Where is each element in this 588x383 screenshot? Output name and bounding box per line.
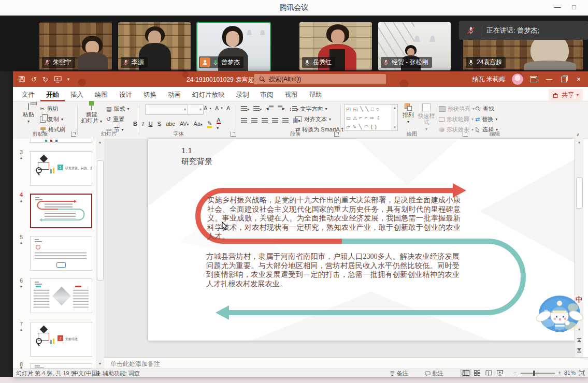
shape-outline-button[interactable]: 形状轮廓▾ [439, 115, 474, 123]
align-center-button[interactable] [251, 118, 257, 123]
align-right-button[interactable] [262, 118, 268, 123]
align-text-button[interactable]: 对齐文本▾ [295, 115, 331, 123]
meeting-minimize-button[interactable]: — [551, 2, 564, 12]
normal-view-button[interactable] [460, 369, 471, 377]
participant-video-4[interactable]: 岳秀红 [299, 22, 372, 71]
paste-button[interactable]: 粘贴▾ [17, 104, 40, 125]
paragraph-dialog-launcher[interactable] [334, 131, 339, 137]
zoom-level[interactable]: 81% [564, 370, 576, 376]
tab-record[interactable]: 录制 [231, 87, 255, 101]
slide-paragraph-2[interactable]: 方城县营坊村，隶属于河南省南阳市，户籍人口2300多人。解决农业经济发展问题尤为… [206, 252, 460, 288]
tab-design[interactable]: 设计 [113, 87, 138, 101]
zoom-slider[interactable] [521, 373, 555, 374]
thumbnail-slide-7[interactable]: 2 文献综述 [30, 322, 92, 357]
cut-button[interactable]: ✂剪切 [40, 105, 58, 113]
scrollbar-thumb[interactable] [576, 178, 583, 209]
thumbnail-slide-4-selected[interactable] [30, 194, 92, 228]
search-box[interactable]: 搜索(Alt+Q) [254, 74, 386, 84]
font-name-select[interactable]: ▾ [145, 104, 188, 115]
notes-pane[interactable]: 单击此处添加备注 [104, 357, 588, 369]
tab-slideshow[interactable]: 幻灯片放映 [187, 87, 231, 101]
share-button[interactable]: 共享 ▾ [549, 89, 583, 101]
grow-font-button[interactable]: A▴ [204, 105, 211, 111]
reading-view-button[interactable] [483, 369, 494, 377]
arrange-button[interactable]: 排列▾ [400, 104, 416, 125]
save-icon[interactable] [18, 76, 25, 83]
tab-view[interactable]: 视图 [279, 87, 304, 101]
slide-sorter-view-button[interactable] [471, 369, 483, 377]
tab-file[interactable]: 文件 [16, 87, 40, 101]
underline-button[interactable]: U [149, 121, 153, 127]
layout-button[interactable]: ▤版式▾ [106, 105, 129, 113]
notes-placeholder[interactable]: 单击此处添加备注 [110, 360, 160, 369]
tab-animations[interactable]: 动画 [162, 87, 187, 101]
distribute-button[interactable] [282, 118, 289, 123]
accessibility-status[interactable]: 辅助功能: 调查 [96, 370, 140, 377]
slide-paragraph-1[interactable]: 实施乡村振兴战略，是党的十九大作出的重大决策部署，是决胜全面建成小康社会、全面建… [207, 196, 461, 241]
previous-slide-button[interactable] [577, 336, 582, 346]
tab-insert[interactable]: 插入 [65, 87, 89, 101]
scroll-up-icon[interactable]: ▴ [96, 140, 104, 144]
find-button[interactable]: 查找 [475, 105, 494, 113]
increase-indent-button[interactable]: ▸ [278, 105, 285, 112]
decrease-indent-button[interactable]: ◂ [266, 105, 274, 112]
ribbon-display-options-icon[interactable] [530, 76, 537, 82]
text-direction-button[interactable]: ↕文字方向▾ [295, 105, 327, 113]
redo-icon[interactable]: ↻ [42, 76, 48, 83]
ppt-close-button[interactable]: × [573, 75, 584, 83]
text-shadow-button[interactable]: S [157, 121, 161, 127]
replace-button[interactable]: ⇄替换▾ [475, 115, 497, 123]
copy-button[interactable]: 复制▾ [40, 115, 63, 123]
slide-editing-area[interactable]: 1.1 研究背景 实施乡村振兴战略，是党的十九大作出的重大决策部署，是决胜全面建… [148, 139, 575, 341]
scrollbar-thumb[interactable] [97, 160, 104, 281]
start-slideshow-icon[interactable] [54, 76, 62, 83]
shape-effects-button[interactable]: 形状效果▾ [439, 126, 474, 134]
tab-transitions[interactable]: 切换 [138, 87, 162, 101]
shapes-row[interactable]: ▭ △ ⌐ ⌐ ⇨ ⇩ [346, 113, 391, 122]
account-avatar[interactable] [512, 73, 523, 85]
thumbnail-slide-5[interactable] [30, 236, 92, 271]
thumbnail-slide-2-partial[interactable] [30, 139, 92, 143]
participant-video-1[interactable]: 朱熙宁 [39, 22, 112, 71]
italic-button[interactable]: I [142, 121, 144, 127]
zoom-in-button[interactable]: + [558, 370, 561, 376]
ppt-restore-button[interactable] [561, 77, 567, 82]
font-color-button[interactable]: A▾ [217, 117, 220, 130]
thumbnail-scrollbar[interactable]: ▴ ▾ [96, 139, 105, 369]
tab-review[interactable]: 审阅 [255, 87, 279, 101]
tab-help[interactable]: 帮助 [304, 87, 328, 101]
bullets-button[interactable]: ▾ [241, 106, 249, 112]
zoom-slider-thumb[interactable] [533, 371, 535, 376]
ppt-minimize-button[interactable]: — [544, 76, 554, 83]
undo-icon[interactable]: ↺ [31, 76, 37, 83]
participant-video-5[interactable]: 经贸 - 张松刚 [378, 22, 451, 71]
font-dialog-launcher[interactable] [231, 131, 236, 137]
thumbnail-slide-8-partial[interactable] [30, 363, 92, 369]
shapes-row[interactable]: ◰ ◱ ╲ ╲ □ ○ [346, 105, 391, 113]
new-slide-button[interactable]: 新建幻灯片 ▾ [80, 104, 103, 125]
clear-formatting-button[interactable]: A [226, 105, 230, 111]
zoom-out-button[interactable]: − [513, 370, 517, 376]
notes-toggle[interactable]: 备注 [390, 370, 408, 377]
shrink-font-button[interactable]: A▾ [215, 105, 223, 111]
thumbnail-slide-6[interactable] [30, 278, 92, 313]
justify-button[interactable] [272, 118, 278, 123]
clipboard-dialog-launcher[interactable] [71, 131, 76, 137]
account-name[interactable]: 纳瓦 米莉姆 [472, 75, 505, 84]
participant-video-3[interactable]: 曾梦杰 [196, 22, 271, 72]
char-spacing-button[interactable]: AV▾ [180, 121, 189, 127]
quick-styles-button[interactable]: 快速样式▾ [417, 104, 436, 132]
thumbnail-slide-3[interactable]: 1 研究背景、目的、意义 [30, 151, 92, 186]
comments-toggle[interactable]: 批注 [425, 370, 443, 377]
change-case-button[interactable]: Aa▾ [194, 121, 203, 127]
fit-to-window-button[interactable] [579, 370, 585, 376]
reset-button[interactable]: ↺重置 [106, 115, 124, 123]
language-status[interactable]: 中文(中国) [73, 370, 99, 377]
bold-button[interactable]: B [133, 121, 137, 127]
shapes-gallery-scrollbar[interactable]: ▴ ▾ [392, 104, 398, 131]
scroll-down-icon[interactable]: ▾ [96, 361, 104, 366]
meeting-maximize-button[interactable]: □ [567, 2, 581, 12]
highlight-button[interactable]: ✎ [207, 120, 212, 128]
shapes-row[interactable]: ▱ ∿ ╲ ◠ { } [346, 122, 391, 131]
tab-home[interactable]: 开始 [40, 87, 65, 101]
